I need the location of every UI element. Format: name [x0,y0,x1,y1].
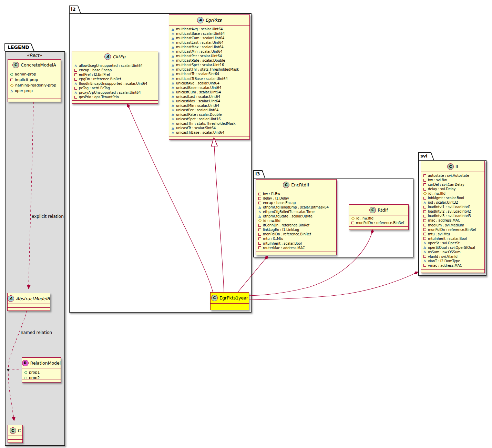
class-header: R RelationModel [22,358,61,368]
oper-prop-icon [172,95,174,98]
attribute-row: multicastSpct : scalar.Uint16 [172,63,247,67]
attribute-text: unicastMax : scalar.Uint64 [176,99,220,103]
package-legend [5,51,65,446]
oper-prop-icon [172,77,174,80]
class-egrpkts1year[interactable]: C EgrPkts1year [210,292,249,310]
class-header: A EgrPkts [169,15,249,26]
implicit-prop-icon [258,197,261,200]
implicit-prop-icon [74,73,77,76]
attribute-text: naming-readonly-prop [15,83,56,88]
attribute-row: encap : base.Encap [74,68,156,72]
class-abstract-model-b[interactable]: A AbstractModelB [7,293,50,311]
class-methods-compartment [421,269,484,273]
attribute-row: multicastRate : scalar.Double [172,58,247,63]
attribute-text: pcTag : actrl.PcTag [79,86,110,90]
relation-class-icon: R [22,360,29,366]
implicit-prop-icon [423,255,426,258]
attribute-text: oper-prop [15,88,33,94]
attribute-row: delay : l1.Delay [258,196,334,201]
attribute-row: monPolDn : reference.BinRef [258,232,334,236]
attribute-text: prop2 [29,375,40,379]
oper-prop-icon [423,251,426,253]
class-header: C EgrPkts1year [211,293,249,303]
attribute-text: admin-prop [15,72,36,77]
attribute-text: id : nw.IfId [356,216,373,221]
class-encrtdif[interactable]: C EncRtdIf bw : l1.Bwdelay : l1.Delayenc… [256,179,337,255]
attribute-row: unicastSpct : scalar.Uint16 [172,117,247,121]
class-header: C ConcreteModelA [8,60,61,70]
attribute-row: epgDn : reference.BinRef [74,77,156,81]
attribute-row: bw : l1.Bw [258,192,334,196]
implicit-prop-icon [423,219,426,222]
composition-sviif-egrpkts1year [249,272,418,300]
attribute-row: multicastTr : scalar.Sint64 [172,72,247,76]
class-icon: C [211,295,218,301]
attribute-row: unicastAvg : scalar.Uint64 [172,81,247,85]
class-relation-model[interactable]: R RelationModel prop1prop2 [22,357,61,383]
naming-prop-icon [423,192,427,195]
attribute-text: unicastBase : scalar.Uint64 [176,85,221,90]
attribute-text: unicastCum : scalar.Uint64 [176,90,221,94]
attribute-text: prop1 [29,370,40,375]
implicit-prop-icon [423,237,426,240]
attribute-text: multicastSpct : scalar.Uint16 [176,63,224,67]
class-header: C C [8,425,22,436]
attribute-text: routerMac : address.MAC [263,246,305,250]
implicit-prop-icon [258,202,261,204]
class-methods-compartment [169,136,249,139]
attribute-text: loadIntvl1 : svi.LoadIntvl1 [428,205,471,209]
attribute-row: loadIntvl2 : svi.LoadIntvl2 [423,209,482,214]
class-methods-compartment [72,100,158,103]
implicit-prop-icon [258,242,261,245]
class-header: C RtdIf [349,205,408,215]
attribute-text: operSt : svi.OperSt [428,241,460,245]
oper-prop-icon [172,68,174,71]
attribute-text: vlanT : l2.DomType [428,259,460,263]
attribute-row: multicastMax : scalar.Uint64 [172,45,247,49]
oper-prop-icon [423,259,426,262]
class-rtdif[interactable]: C RtdIf id : nw.IfIdmonPolDn : reference… [349,204,409,230]
class-concrete-model-a[interactable]: C ConcreteModelA admin-propimplicit-prop… [8,59,61,102]
class-attributes-compartment [8,304,50,307]
attribute-text: mac : address.MAC [428,218,460,223]
attribute-row: floodInEncapUnsupported : scalar.Uint64 [74,81,156,86]
attribute-row: pcTag : actrl.PcTag [74,86,156,90]
class-c[interactable]: C C [8,425,23,443]
attribute-row: multicastBase : scalar.Uint64 [172,31,247,36]
class-name: EgrPkts [205,18,222,23]
class-svi-if[interactable]: C If autostate : svi.Autostatebw : svi.B… [421,161,485,273]
attribute-row: multicastMin : scalar.Uint64 [172,49,247,54]
attribute-text: encap : base.Encap [79,68,112,72]
oper-prop-icon [172,50,174,53]
attribute-text: mtu : svi.Mtu [428,232,450,236]
implicit-prop-icon [423,179,426,182]
class-name: ConcreteModelA [21,62,56,68]
oper-prop-icon [172,64,174,67]
implicit-prop-icon [423,264,426,267]
class-attributes: autostate : svi.Autostatebw : svi.BwcarD… [421,172,484,269]
attribute-row: unicastTrBase : scalar.Uint64 [172,130,247,135]
attribute-text: ethpmCfgFailedBmp : scalar.Bitmask64 [263,205,329,210]
package-label-l2: l2 [71,7,76,12]
attribute-text: delay : svi.Delay [428,187,455,191]
oper-prop-icon [172,91,174,93]
abstract-class-icon: A [8,295,14,302]
attribute-text: carDel : svi.CarrDelay [428,182,464,187]
class-cktep[interactable]: A CktEp allowUsegUnsupported : scalar.Ui… [72,51,158,104]
attribute-text: multicastPer : scalar.Uint64 [176,54,222,58]
attribute-text: bw : svi.Bw [428,178,447,182]
attribute-text: ethpmCfgState : scalar.UByte [263,214,312,218]
implicit-prop-icon [423,183,426,186]
attribute-text: operStQual : svi.OperStQual [428,245,475,250]
implicit-prop-icon [258,246,261,249]
attribute-row: multicastTrBase : scalar.Uint64 [172,77,247,81]
class-egrpkts[interactable]: A EgrPkts multicastAvg : scalar.Uint64mu… [169,14,250,140]
implicit-prop-icon [423,197,426,200]
attribute-row: ethpmCfgFailedTs : scalar.Time [258,210,334,214]
implicit-prop-icon [258,233,261,236]
attribute-row: prop1 [24,370,59,375]
attribute-text: iod : scalar.Uint32 [428,200,458,205]
oper-prop-icon [258,206,261,209]
attribute-row: operStQual : svi.OperStQual [423,245,482,250]
attribute-row: loadIntvl1 : svi.LoadIntvl1 [423,205,482,209]
